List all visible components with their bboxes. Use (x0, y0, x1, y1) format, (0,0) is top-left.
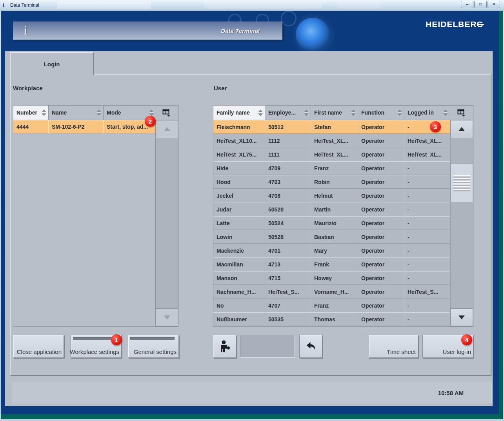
user-row[interactable]: Hide 4709 Franz Operator - (213, 161, 450, 175)
workplace-column-header[interactable]: Number (13, 106, 49, 120)
user-row[interactable]: Nachname_H... HeiTest_S... Vorname_H... … (213, 285, 450, 299)
down-arrow-icon (164, 315, 170, 319)
workplace-scrollbar (155, 120, 178, 326)
user-column-header[interactable]: First name (311, 106, 358, 120)
data-terminal-window: i Data Terminal – □ ✕ i Data Terminal HE… (0, 0, 504, 421)
down-arrow-icon (459, 315, 465, 319)
minimize-button[interactable]: – (461, 1, 473, 8)
tab-login[interactable]: Login (10, 52, 94, 75)
annotation-badge-3: 3 (430, 121, 441, 132)
user-logout-icon (219, 340, 231, 353)
annotation-badge-2: 2 (145, 116, 156, 127)
workplace-scroll-track[interactable] (156, 138, 178, 308)
status-bar: 10:58 AM (12, 382, 491, 403)
user-logout-button[interactable] (213, 335, 236, 358)
user-table-body: Fleischmann 50512 Stefan Operator - HeiT… (213, 120, 450, 326)
column-chooser-icon (457, 109, 466, 117)
annotation-badge-1: 1 (111, 334, 122, 345)
titlebar: i Data Terminal (0, 0, 504, 11)
clock-time: 10:58 AM (438, 382, 464, 404)
user-scroll-up-button[interactable] (450, 120, 473, 138)
workplace-scroll-up-button[interactable] (156, 120, 178, 138)
user-scroll-down-button[interactable] (450, 308, 473, 326)
window-controls: – □ ✕ (461, 1, 500, 8)
info-icon: i (13, 25, 27, 37)
login-display-field (240, 335, 295, 358)
sort-icon (397, 109, 402, 116)
column-chooser-icon (162, 109, 171, 117)
user-row[interactable]: HeiTest_XL75... 1111 HeiTest_XL... Opera… (213, 148, 450, 161)
close-button[interactable]: ✕ (488, 1, 500, 8)
up-arrow-icon (164, 127, 170, 131)
decor-glow (296, 18, 329, 51)
general-settings-button[interactable]: General settings (128, 335, 179, 358)
titlebar-reflection (57, 2, 151, 9)
user-row[interactable]: HeiTest_XL10... 1112 HeiTest_XL... Opera… (213, 134, 450, 148)
window-title: Data Terminal (10, 2, 39, 8)
workplace-scroll-down-button[interactable] (156, 308, 178, 326)
workplace-table: Number Name Mode (13, 105, 178, 327)
sort-icon (42, 109, 46, 116)
user-row[interactable]: No 4707 Franz Operator - (213, 299, 450, 312)
user-section-label: User (214, 85, 227, 91)
sort-icon (351, 109, 356, 116)
user-row[interactable]: Judar 50520 Martin Operator - (213, 202, 450, 216)
workplace-table-body: 4444 SM-102-6-P2 Start, stop, ad... (13, 120, 156, 133)
user-table-header: Family name Employe... First name Functi… (213, 106, 450, 120)
sort-icon (258, 109, 263, 116)
workplace-column-config-button[interactable] (155, 106, 178, 120)
workplace-column-header[interactable]: Name (49, 106, 104, 120)
heidelberg-h-icon: i (3, 2, 4, 8)
user-scrollbar (450, 120, 473, 326)
titlebar-reflection (204, 2, 322, 9)
sort-icon (149, 109, 154, 116)
workplace-row[interactable]: 4444 SM-102-6-P2 Start, stop, ad... (13, 120, 156, 133)
scroll-thumb-grip (453, 175, 470, 192)
user-column-header[interactable]: Function (358, 106, 404, 120)
heidelberg-logo: HEIDELBERG (426, 20, 484, 29)
user-column-header[interactable]: Family name (213, 106, 265, 120)
user-row[interactable]: Hood 4703 Robin Operator - (213, 175, 450, 189)
button-stripe (130, 337, 175, 340)
annotation-badge-4: 4 (461, 334, 472, 345)
user-row[interactable]: Fleischmann 50512 Stefan Operator - (213, 120, 450, 134)
user-row[interactable]: Manson 4715 Howey Operator - (213, 271, 450, 285)
user-scroll-track[interactable] (450, 138, 473, 308)
app-banner: i Data Terminal (13, 22, 282, 40)
user-scroll-thumb[interactable] (451, 164, 473, 203)
titlebar-reflection (337, 2, 380, 9)
decor-ring (281, 11, 297, 26)
user-row[interactable]: Macmillan 4713 Frank Operator - (213, 257, 450, 271)
undo-arrow-icon (305, 341, 317, 352)
user-column-header[interactable]: Logged in (404, 106, 450, 120)
workplace-table-header: Number Name Mode (13, 106, 156, 120)
undo-button[interactable] (299, 335, 322, 358)
user-column-header[interactable]: Employe... (265, 106, 311, 120)
sort-icon (96, 109, 101, 116)
tab-login-label: Login (44, 61, 60, 67)
user-table: Family name Employe... First name Functi… (213, 105, 473, 327)
user-row[interactable]: Nußbaumer 50535 Thomas Operator - (213, 312, 450, 326)
up-arrow-icon (459, 127, 465, 131)
workplace-section-label: Workplace (13, 85, 43, 91)
user-row[interactable]: Lowin 50528 Bastian Operator - (213, 230, 450, 244)
app-banner-title: Data Terminal (221, 27, 282, 34)
sort-icon (304, 109, 309, 116)
user-row[interactable]: Jeckel 4708 Helmut Operator - (213, 189, 450, 202)
maximize-button[interactable]: □ (474, 1, 487, 8)
user-row[interactable]: Mackenzie 4701 Mary Operator - (213, 244, 450, 257)
logo-dash (478, 24, 484, 25)
time-sheet-button[interactable]: Time sheet (369, 335, 418, 358)
sort-icon (443, 109, 448, 116)
user-row[interactable]: Latte 50524 Maurizio Operator - (213, 216, 450, 230)
close-application-button[interactable]: Close application (13, 335, 64, 358)
user-column-config-button[interactable] (450, 106, 473, 120)
